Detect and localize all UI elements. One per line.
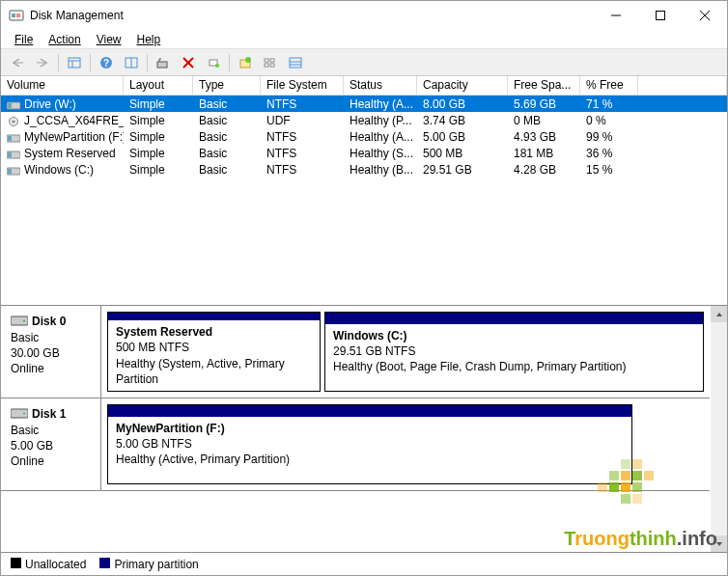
volume-row[interactable]: Windows (C:)SimpleBasicNTFSHealthy (B...… [1, 161, 727, 178]
minimize-button[interactable] [594, 1, 638, 30]
legend-unallocated: Unallocated [11, 558, 86, 571]
disk-state: Online [11, 454, 44, 468]
volume-type: Basic [193, 147, 261, 160]
menu-file[interactable]: File [7, 31, 41, 48]
svg-point-20 [215, 64, 219, 68]
scroll-down-button[interactable] [711, 535, 727, 552]
svg-rect-16 [157, 62, 167, 68]
partition[interactable]: MyNewPartition (F:)5.00 GB NTFSHealthy (… [107, 404, 632, 484]
maximize-button[interactable] [638, 1, 683, 30]
column-volume[interactable]: Volume [1, 76, 124, 95]
disk-icon [11, 407, 28, 423]
volume-free: 181 MB [508, 147, 580, 160]
volume-free: 5.69 GB [508, 97, 580, 111]
view-button[interactable] [63, 52, 86, 73]
menu-help[interactable]: Help [129, 31, 169, 48]
volume-row[interactable]: MyNewPartition (F:)SimpleBasicNTFSHealth… [1, 128, 727, 145]
volume-capacity: 3.74 GB [417, 114, 508, 127]
volume-capacity: 5.00 GB [417, 130, 508, 144]
partition-info: 5.00 GB NTFS [116, 437, 192, 451]
volume-row[interactable]: System ReservedSimpleBasicNTFSHealthy (S… [1, 145, 727, 161]
volume-status: Healthy (B... [344, 163, 417, 177]
disk-type: Basic [11, 424, 39, 437]
drive-icon [7, 149, 20, 158]
volume-fs: NTFS [261, 130, 344, 144]
svg-rect-40 [11, 316, 28, 325]
app-window: Disk Management File Action View Help ? [0, 0, 728, 576]
volume-pfree: 36 % [580, 147, 638, 160]
scroll-track[interactable] [711, 322, 727, 535]
back-button[interactable] [6, 52, 29, 73]
disk-row: Disk 1Basic5.00 GBOnlineMyNewPartition (… [1, 398, 710, 491]
column-status[interactable]: Status [344, 76, 417, 95]
column-free[interactable]: Free Spa... [508, 76, 580, 95]
details-button[interactable] [284, 52, 307, 73]
volume-pfree: 0 % [580, 114, 638, 127]
help-button[interactable]: ? [95, 52, 118, 73]
partition-header [325, 313, 703, 324]
close-button[interactable] [683, 1, 727, 30]
window-title: Disk Management [30, 9, 594, 22]
volume-name: J_CCSA_X64FRE_E... [24, 114, 124, 127]
volume-capacity: 29.51 GB [417, 163, 508, 177]
volume-status: Healthy (S... [344, 147, 417, 160]
list-button[interactable] [259, 52, 282, 73]
disk-id: Disk 0 [32, 315, 66, 328]
svg-rect-26 [270, 64, 274, 67]
volume-fs: NTFS [261, 97, 344, 111]
column-percent-free[interactable]: % Free [580, 76, 638, 95]
volume-row[interactable]: J_CCSA_X64FRE_E...SimpleBasicUDFHealthy … [1, 112, 727, 128]
disk-row: Disk 0Basic30.00 GBOnlineSystem Reserved… [1, 306, 710, 398]
forward-button[interactable] [31, 52, 54, 73]
disk-size: 5.00 GB [11, 439, 53, 453]
disk-size: 30.00 GB [11, 346, 60, 360]
svg-rect-1 [12, 14, 15, 17]
new-button[interactable] [234, 52, 257, 73]
volume-layout: Simple [124, 97, 193, 111]
partition[interactable]: Windows (C:)29.51 GB NTFSHealthy (Boot, … [324, 312, 704, 392]
delete-button[interactable] [177, 52, 200, 73]
partition-header [108, 405, 631, 417]
volume-fs: NTFS [261, 147, 344, 160]
volume-type: Basic [193, 97, 261, 111]
svg-rect-24 [265, 64, 268, 67]
menu-action[interactable]: Action [41, 31, 88, 48]
volume-pfree: 99 % [580, 130, 638, 144]
settings-button[interactable] [152, 52, 175, 73]
scroll-up-button[interactable] [711, 306, 727, 322]
volume-name: System Reserved [24, 147, 116, 160]
partition-info: 29.51 GB NTFS [333, 344, 415, 358]
volume-layout: Simple [124, 163, 193, 177]
partition-name: System Reserved [116, 325, 212, 339]
volume-type: Basic [193, 163, 261, 177]
volume-pfree: 15 % [580, 163, 638, 177]
column-type[interactable]: Type [193, 76, 261, 95]
volume-status: Healthy (A... [344, 97, 417, 111]
partition-health: Healthy (Boot, Page File, Crash Dump, Pr… [333, 360, 626, 373]
volume-pfree: 71 % [580, 97, 638, 111]
menu-view[interactable]: View [89, 31, 129, 48]
volume-layout: Simple [124, 147, 193, 160]
svg-rect-9 [69, 58, 80, 68]
volume-capacity: 8.00 GB [417, 97, 508, 111]
toolbar: ? [1, 49, 727, 76]
partition-health: Healthy (Active, Primary Partition) [116, 453, 290, 466]
volume-row[interactable]: Drive (W:)SimpleBasicNTFSHealthy (A...8.… [1, 96, 727, 112]
partition[interactable]: System Reserved500 MB NTFSHealthy (Syste… [107, 312, 321, 392]
split-button[interactable] [120, 52, 143, 73]
svg-rect-31 [8, 103, 12, 108]
svg-rect-2 [16, 14, 20, 17]
svg-rect-37 [8, 152, 12, 157]
vertical-scrollbar[interactable] [711, 306, 727, 552]
volume-list-body: Drive (W:)SimpleBasicNTFSHealthy (A...8.… [1, 96, 727, 178]
volume-status: Healthy (P... [344, 114, 417, 127]
column-layout[interactable]: Layout [124, 76, 193, 95]
disk-label[interactable]: Disk 1Basic5.00 GBOnline [1, 398, 101, 490]
disk-type: Basic [11, 331, 39, 344]
properties-button[interactable] [202, 52, 225, 73]
legend: Unallocated Primary partition [1, 552, 727, 575]
column-capacity[interactable]: Capacity [417, 76, 508, 95]
column-filesystem[interactable]: File System [261, 76, 344, 95]
column-extra[interactable] [638, 76, 727, 95]
disk-label[interactable]: Disk 0Basic30.00 GBOnline [1, 306, 101, 398]
